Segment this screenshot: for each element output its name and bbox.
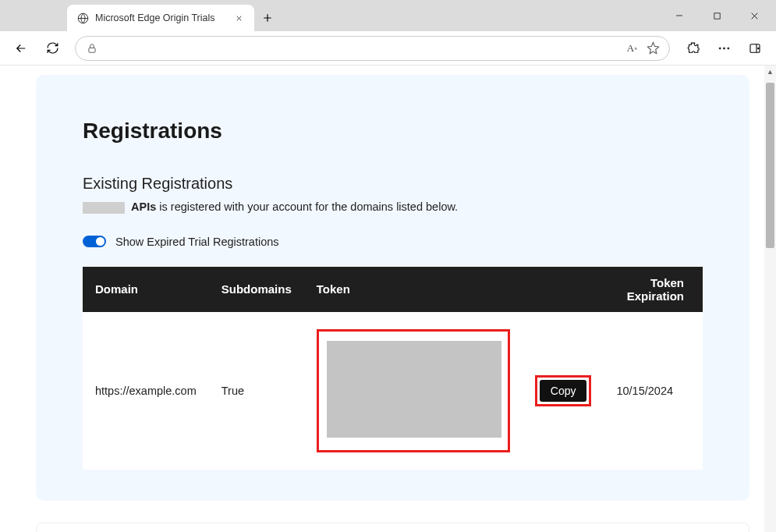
cell-domain: https://example.com (83, 312, 209, 470)
existing-desc-bold: APIs (131, 200, 156, 213)
redacted-block (327, 341, 501, 438)
browser-toolbar: A» (0, 31, 776, 66)
cell-copy: Copy (523, 312, 604, 470)
globe-icon (76, 12, 89, 24)
col-domain: Domain (83, 267, 209, 312)
col-subdomains: Subdomains (209, 267, 304, 312)
tab-title: Microsoft Edge Origin Trials (95, 12, 215, 23)
svg-point-7 (758, 48, 759, 48)
new-registration-card: New Origin Trial Registration (36, 523, 749, 532)
browser-titlebar: Microsoft Edge Origin Trials (0, 0, 776, 31)
svg-point-3 (719, 47, 721, 48)
existing-title: Existing Registrations (83, 175, 703, 193)
text-size-icon[interactable]: A» (625, 41, 639, 55)
token-redacted (322, 335, 506, 447)
back-button[interactable] (8, 35, 34, 62)
table-row: https://example.com True Copy (83, 312, 703, 470)
lock-icon (85, 41, 98, 55)
favorite-icon[interactable] (647, 41, 660, 55)
page-title: Registrations (83, 119, 703, 144)
redacted-api-name (83, 202, 125, 214)
existing-desc: APIs is registered with your account for… (83, 200, 703, 214)
new-tab-button[interactable] (254, 5, 281, 31)
sidebar-button[interactable] (742, 35, 768, 62)
scrollbar-thumb[interactable] (766, 83, 774, 248)
col-token: Token (304, 267, 604, 312)
copy-button[interactable]: Copy (540, 380, 587, 402)
menu-button[interactable] (710, 35, 737, 62)
svg-point-5 (727, 47, 728, 48)
registrations-table: Domain Subdomains Token Token Expiration… (83, 267, 703, 470)
existing-desc-rest: is registered with your account for the … (156, 200, 458, 213)
svg-rect-1 (714, 12, 719, 18)
minimize-button[interactable] (662, 4, 696, 27)
cell-token (304, 312, 523, 470)
token-highlight (317, 329, 510, 452)
cell-expiration: 10/15/2024 (604, 312, 703, 470)
browser-tab[interactable]: Microsoft Edge Origin Trials (67, 5, 254, 31)
col-expiration: Token Expiration (604, 267, 703, 312)
extensions-button[interactable] (679, 35, 706, 62)
close-icon[interactable] (232, 12, 245, 24)
expired-toggle-row: Show Expired Trial Registrations (83, 236, 703, 248)
toggle-label: Show Expired Trial Registrations (115, 236, 279, 248)
svg-rect-2 (88, 48, 94, 52)
registrations-card: Registrations Existing Registrations API… (36, 75, 749, 501)
scroll-up-arrow[interactable]: ▲ (764, 66, 776, 77)
svg-point-4 (723, 47, 725, 48)
cell-subdomains: True (209, 312, 304, 470)
refresh-button[interactable] (39, 35, 66, 62)
show-expired-toggle[interactable] (83, 236, 106, 247)
copy-highlight: Copy (535, 375, 592, 406)
window-controls (662, 0, 771, 31)
address-bar[interactable]: A» (75, 36, 670, 61)
close-window-button[interactable] (737, 4, 771, 27)
maximize-button[interactable] (700, 4, 734, 27)
page-viewport: Registrations Existing Registrations API… (0, 66, 776, 532)
